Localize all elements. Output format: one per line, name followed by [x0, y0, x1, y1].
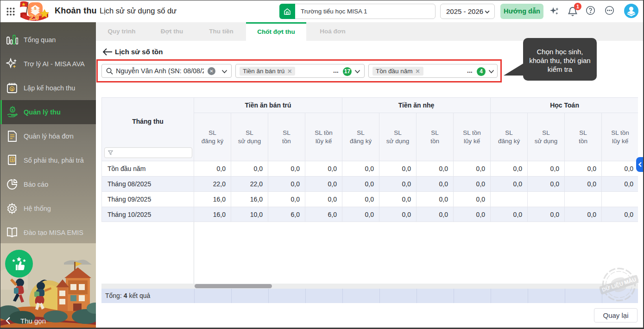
svg-text:$: $ [11, 87, 13, 91]
svg-text:$: $ [11, 158, 13, 162]
svg-text:$: $ [12, 108, 14, 112]
svg-text:$: $ [34, 6, 36, 11]
svg-text:2.9: 2.9 [29, 13, 39, 21]
